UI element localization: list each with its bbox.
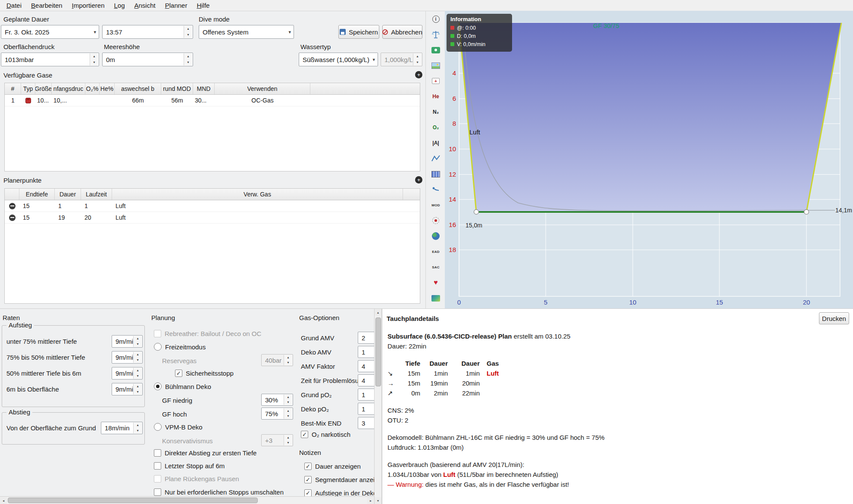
radio-selected-icon[interactable] (154, 383, 162, 390)
mnd-icon[interactable]: |A| (430, 137, 442, 149)
menu-bearbeiten[interactable]: Bearbeiten (26, 0, 67, 10)
gf-high-spinbox[interactable]: 75% (261, 408, 293, 420)
horizontal-scrollbar[interactable] (0, 496, 374, 504)
water-type-combobox[interactable]: Süßwasser (1,000kg/L) (299, 53, 378, 66)
time-tick: 0 (457, 299, 461, 306)
radio-icon[interactable] (154, 423, 162, 431)
show-segment-duration-checkbox[interactable]: Segmentdauer anzeigen (304, 476, 374, 483)
gf-low-spinbox[interactable]: 30% (261, 394, 293, 406)
safety-stop-checkbox[interactable]: Sicherheitsstopp (175, 370, 234, 377)
show-duration-checkbox[interactable]: Dauer anzeigen (304, 463, 361, 470)
delete-point-icon[interactable] (9, 203, 16, 209)
save-button[interactable]: Speichern (338, 25, 379, 39)
spin-arrows[interactable] (184, 26, 192, 38)
buhlmann-radio[interactable]: Bühlmann Deko (154, 383, 211, 390)
radio-icon[interactable] (154, 343, 162, 351)
time-spinbox[interactable]: 13:57 (102, 25, 193, 39)
info-icon[interactable] (430, 13, 442, 25)
scroll-left-icon[interactable] (0, 497, 7, 504)
add-point-button[interactable] (415, 176, 422, 184)
o2-narcotic-checkbox[interactable]: O₂ narkotisch (301, 431, 350, 438)
menu-datei[interactable]: Datei (2, 0, 26, 10)
cancel-button[interactable]: Abbrechen (382, 25, 422, 39)
dropdown-arrow-icon (372, 57, 375, 62)
gas-row[interactable]: 1 10... 10,... 66m 56m 30... OC-Gas (5, 95, 420, 106)
checkbox-checked-icon[interactable] (175, 370, 182, 377)
recreational-radio[interactable]: Freizeitmodus (154, 343, 206, 351)
scroll-right-icon[interactable] (367, 497, 374, 504)
direct-descent-checkbox[interactable]: Direkter Abstieg zur ersten Tiefe (154, 449, 256, 457)
sac-factor-spinbox[interactable]: 4 (358, 360, 374, 372)
altitude-spinbox[interactable]: 0m (102, 53, 193, 66)
checkbox-icon[interactable] (154, 462, 161, 470)
heartrate-icon[interactable] (430, 277, 442, 289)
scale-icon[interactable] (430, 28, 442, 40)
profile-handle[interactable] (804, 210, 809, 215)
point-row[interactable]: 15 1 1 Luft (5, 200, 420, 212)
ceiling-icon[interactable] (430, 215, 442, 227)
surface-pressure-spinbox[interactable]: 1013mbar (1, 53, 99, 66)
deco-po2-spinbox[interactable]: 1 (358, 403, 374, 415)
scrollbar-thumb[interactable] (8, 498, 258, 503)
segment-arrow: ↗ (387, 389, 399, 397)
menu-planner[interactable]: Planner (160, 0, 192, 10)
ead-icon[interactable]: EAD (430, 246, 442, 258)
point-row[interactable]: 15 19 20 Luft (5, 212, 420, 224)
ascent-rate-4-spinbox[interactable]: 9m/min (112, 383, 143, 395)
add-gas-button[interactable] (415, 71, 422, 78)
scroll-up-icon[interactable] (375, 309, 381, 316)
ascent-rate-3-spinbox[interactable]: 9m/min (112, 367, 143, 380)
date-combobox[interactable]: Fr. 3. Okt. 2025 (1, 25, 99, 39)
globe-icon[interactable] (430, 230, 442, 242)
sac-icon[interactable]: SAC (430, 261, 442, 273)
spin-arrows[interactable] (184, 53, 192, 65)
bottom-po2-spinbox[interactable]: 1 (358, 389, 374, 401)
checkbox-icon[interactable] (154, 449, 161, 457)
profile-handle[interactable] (474, 210, 479, 215)
mod-icon[interactable]: MOD (430, 199, 442, 211)
delete-cell[interactable] (5, 212, 19, 223)
delete-point-icon[interactable] (9, 215, 16, 221)
problem-time-spinbox[interactable]: 4 (358, 374, 374, 386)
menu-log[interactable]: Log (109, 0, 129, 10)
plan-table-row: ↘15m1min1minLuft (387, 368, 849, 378)
colors-icon[interactable] (430, 292, 442, 304)
vpmb-radio[interactable]: VPM-B Deko (154, 423, 203, 431)
menu-importieren[interactable]: Importieren (67, 0, 109, 10)
points-table-header: Endtiefe Dauer Laufzeit Verw. Gas (5, 189, 420, 200)
menu-ansicht[interactable]: Ansicht (130, 0, 160, 10)
checkbox-checked-icon[interactable] (301, 431, 308, 438)
spin-arrows[interactable] (90, 53, 98, 65)
bottom-sac-spinbox[interactable]: 2 (358, 332, 374, 344)
delete-cell[interactable] (5, 200, 19, 212)
pp-o2-icon[interactable]: O₂ (430, 121, 442, 134)
print-button[interactable]: Drucken (819, 312, 849, 324)
photos-icon[interactable] (430, 44, 442, 56)
pp-n2-icon[interactable]: N₂ (430, 106, 442, 118)
switch-only-checkbox[interactable]: Nur bei erforderlichen Stopps umschalten (154, 488, 284, 496)
best-mix-end-spinbox[interactable]: 3 (358, 417, 374, 429)
checkbox-checked-icon[interactable] (304, 489, 312, 497)
ascent-rate-2-spinbox[interactable]: 9m/min (112, 351, 143, 364)
checkbox-icon[interactable] (154, 488, 161, 496)
altitude-value: 0m (106, 56, 115, 63)
picture-icon[interactable] (430, 59, 442, 72)
checkbox-checked-icon[interactable] (304, 476, 312, 483)
scroll-down-icon[interactable] (375, 497, 381, 504)
show-deco-ascents-checkbox[interactable]: Aufstiege in der Deko anzeigen (304, 489, 374, 497)
reserve-gas-label: Reservegas (162, 357, 197, 364)
deco-sac-spinbox[interactable]: 1 (358, 346, 374, 358)
vertical-scrollbar[interactable] (374, 309, 382, 504)
last-stop-checkbox[interactable]: Letzter Stopp auf 6m (154, 462, 225, 470)
pp-he-icon[interactable]: He (430, 90, 442, 103)
menu-hilfe[interactable]: Hilfe (192, 0, 214, 10)
descent-rate-spinbox[interactable]: 18m/min (101, 422, 143, 434)
checkbox-checked-icon[interactable] (304, 463, 312, 470)
diver-icon[interactable] (430, 184, 442, 196)
tissues-icon[interactable] (430, 168, 442, 180)
gas-change-icon[interactable] (430, 75, 442, 87)
dive-mode-combobox[interactable]: Offenes System (199, 25, 294, 39)
ascent-rate-1-spinbox[interactable]: 9m/min (112, 335, 143, 348)
scrollbar-thumb[interactable] (375, 317, 381, 386)
profile-graph-icon[interactable] (430, 152, 442, 165)
